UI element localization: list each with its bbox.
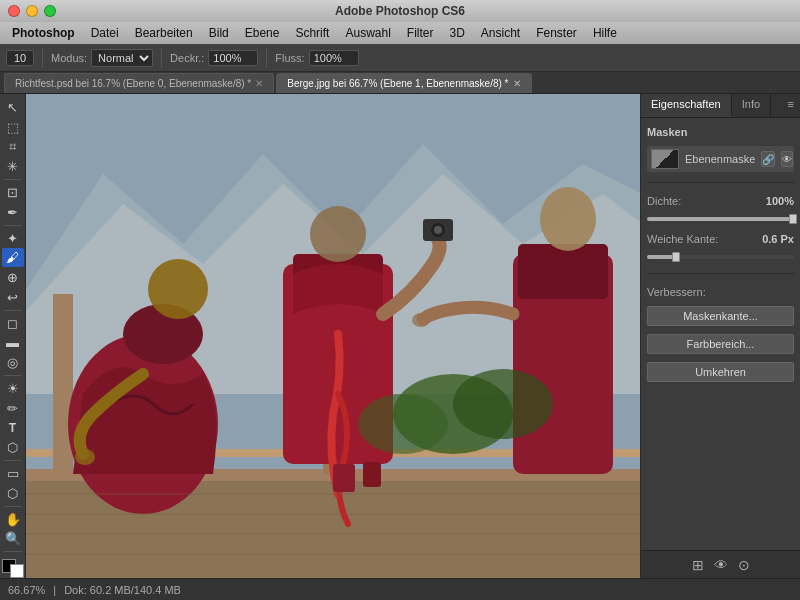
tool-clone[interactable]: ⊕: [2, 268, 24, 287]
svg-rect-26: [363, 462, 381, 487]
tool-zoom[interactable]: 🔍: [2, 529, 24, 548]
menu-datei[interactable]: Datei: [83, 24, 127, 42]
ebenenmaske-item[interactable]: Ebenenmaske 🔗 👁: [647, 146, 794, 172]
fluss-input[interactable]: [309, 50, 359, 66]
menu-filter[interactable]: Filter: [399, 24, 442, 42]
doc-info: Dok: 60.2 MB/140.4 MB: [64, 584, 181, 596]
tool-history[interactable]: ↩: [2, 288, 24, 307]
background-color[interactable]: [10, 564, 24, 578]
mask-visibility-btn[interactable]: 👁: [781, 151, 793, 167]
menu-3d[interactable]: 3D: [441, 24, 472, 42]
panel-bottom-icons: ⊞ 👁 ⊙: [641, 550, 800, 578]
tool-size-input[interactable]: 10: [6, 50, 34, 66]
modus-group: Modus: Normal: [51, 49, 153, 67]
panel-menu-button[interactable]: ≡: [782, 94, 800, 117]
mask-thumbnail: [651, 149, 679, 169]
menu-bild[interactable]: Bild: [201, 24, 237, 42]
umkehren-button[interactable]: Umkehren: [647, 362, 794, 382]
tool-text[interactable]: T: [2, 419, 24, 438]
menu-fenster[interactable]: Fenster: [528, 24, 585, 42]
tool-magic-wand[interactable]: ✳: [2, 157, 24, 176]
menu-auswahl[interactable]: Auswahl: [337, 24, 398, 42]
svg-rect-19: [518, 244, 608, 299]
panel-icon-grid[interactable]: ⊞: [692, 557, 704, 573]
separator-3: [266, 48, 267, 68]
tool-eraser[interactable]: ◻: [2, 314, 24, 333]
options-bar: 10 Modus: Normal Deckr.: Fluss:: [0, 44, 800, 72]
fg-bg-colors[interactable]: [2, 559, 24, 578]
maximize-button[interactable]: [44, 5, 56, 17]
svg-rect-6: [53, 294, 73, 474]
farbbereich-button[interactable]: Farbbereich...: [647, 334, 794, 354]
right-panel: Eigenschaften Info ≡ Masken Ebenenmaske …: [640, 94, 800, 578]
weiche-kante-slider-thumb: [672, 252, 680, 262]
mask-link-btn[interactable]: 🔗: [761, 151, 775, 167]
tool-sep-6: [4, 506, 22, 507]
tool-size-group: 10: [6, 50, 34, 66]
tool-crop[interactable]: ⊡: [2, 183, 24, 202]
dichte-slider[interactable]: [647, 217, 794, 221]
menu-hilfe[interactable]: Hilfe: [585, 24, 625, 42]
tool-dodge[interactable]: ☀: [2, 379, 24, 398]
masken-title: Masken: [647, 124, 794, 140]
dichte-slider-thumb: [789, 214, 797, 224]
tool-marquee[interactable]: ⬚: [2, 118, 24, 137]
tab-close-richtfest[interactable]: ✕: [255, 78, 263, 89]
svg-point-11: [75, 449, 95, 465]
panel-tabs: Eigenschaften Info ≡: [641, 94, 800, 118]
minimize-button[interactable]: [26, 5, 38, 17]
tool-blur[interactable]: ◎: [2, 353, 24, 372]
svg-point-17: [434, 226, 442, 234]
svg-point-23: [453, 369, 553, 439]
tool-lasso[interactable]: ⌗: [2, 138, 24, 157]
menu-bearbeiten[interactable]: Bearbeiten: [127, 24, 201, 42]
verbessern-label: Verbessern:: [647, 284, 794, 300]
tool-sep-4: [4, 375, 22, 376]
tab-richtfest[interactable]: Richtfest.psd bei 16.7% (Ebene 0, Ebenen…: [4, 73, 274, 93]
main-area: ↖ ⬚ ⌗ ✳ ⊡ ✒ ✦ 🖌 ⊕ ↩ ◻ ▬ ◎ ☀ ✏ T ⬡ ▭ ⬡ ✋ …: [0, 94, 800, 578]
status-bar: 66.67% | Dok: 60.2 MB/140.4 MB: [0, 578, 800, 600]
svg-point-24: [358, 394, 448, 454]
tool-sep-2: [4, 225, 22, 226]
tab-close-berge[interactable]: ✕: [513, 78, 521, 89]
tool-sep-1: [4, 179, 22, 180]
tool-sep-7: [4, 551, 22, 552]
canvas-area[interactable]: [26, 94, 640, 578]
tab-berge[interactable]: Berge.jpg bei 66.7% (Ebene 1, Ebenenmask…: [276, 73, 531, 93]
tool-brush[interactable]: 🖌: [2, 248, 24, 267]
menu-schrift[interactable]: Schrift: [287, 24, 337, 42]
weiche-kante-value: 0.6 Px: [762, 233, 794, 245]
tool-eyedropper[interactable]: ✒: [2, 203, 24, 222]
tool-hand[interactable]: ✋: [2, 510, 24, 529]
panel-icon-mask-visibility[interactable]: ⊙: [738, 557, 750, 573]
tool-shape[interactable]: ▭: [2, 464, 24, 483]
weiche-kante-label: Weiche Kante:: [647, 233, 718, 245]
menu-appname[interactable]: Photoshop: [4, 24, 83, 42]
menu-ebene[interactable]: Ebene: [237, 24, 288, 42]
tool-move[interactable]: ↖: [2, 98, 24, 117]
deckr-input[interactable]: [208, 50, 258, 66]
maskenkante-button[interactable]: Maskenkante...: [647, 306, 794, 326]
dichte-label: Dichte:: [647, 195, 681, 207]
title-bar: Adobe Photoshop CS6: [0, 0, 800, 22]
panel-icon-eye[interactable]: 👁: [714, 557, 728, 573]
close-button[interactable]: [8, 5, 20, 17]
tab-eigenschaften[interactable]: Eigenschaften: [641, 94, 732, 117]
tool-path-select[interactable]: ⬡: [2, 438, 24, 457]
tab-info[interactable]: Info: [732, 94, 771, 117]
tool-gradient[interactable]: ▬: [2, 334, 24, 353]
tool-sep-5: [4, 460, 22, 461]
tool-healing[interactable]: ✦: [2, 229, 24, 248]
deckr-group: Deckr.:: [170, 50, 258, 66]
modus-select[interactable]: Normal: [91, 49, 153, 67]
toolbox: ↖ ⬚ ⌗ ✳ ⊡ ✒ ✦ 🖌 ⊕ ↩ ◻ ▬ ◎ ☀ ✏ T ⬡ ▭ ⬡ ✋ …: [0, 94, 26, 578]
zoom-level: 66.67%: [8, 584, 45, 596]
tool-pen[interactable]: ✏: [2, 399, 24, 418]
fluss-group: Fluss:: [275, 50, 358, 66]
svg-point-10: [148, 259, 208, 319]
svg-point-20: [540, 187, 596, 251]
weiche-kante-slider[interactable]: [647, 255, 794, 259]
menu-ansicht[interactable]: Ansicht: [473, 24, 528, 42]
tool-3d[interactable]: ⬡: [2, 484, 24, 503]
divider-2: [647, 273, 794, 274]
